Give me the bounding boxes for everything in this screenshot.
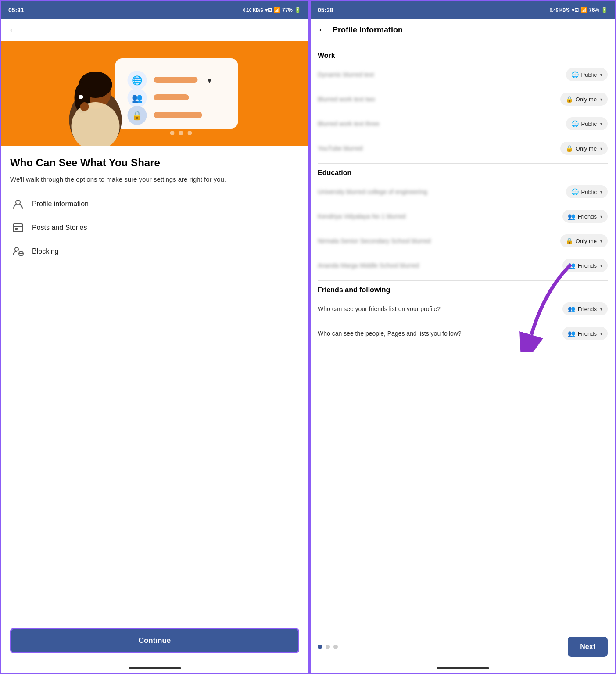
feature-label-profile: Profile information: [32, 200, 89, 208]
signal-icon: 📶: [274, 7, 280, 13]
data-speed-left: 0.10 KB/S: [243, 8, 263, 13]
friends-privacy-btn-1[interactable]: 👥 Friends ▾: [562, 327, 608, 340]
public-icon-0: 🌐: [571, 71, 579, 78]
continue-button[interactable]: Continue: [10, 628, 299, 653]
right-phone: 05:38 0.45 KB/S ▾⊡ 📶 76% 🔋 ← Profile Inf…: [309, 0, 616, 674]
left-status-icons: 0.10 KB/S ▾⊡ 📶 77% 🔋: [243, 7, 301, 13]
battery-icon-right: 🔋: [601, 7, 608, 13]
edu-label-2: Nirmala Senior Secondary School blurred: [318, 237, 556, 244]
posts-icon: [10, 220, 26, 236]
work-privacy-label-0: Public: [581, 72, 597, 78]
svg-text:👥: 👥: [132, 93, 143, 103]
dot-1: [318, 645, 322, 649]
edu-row-0: University blurred college of engineerin…: [318, 182, 608, 201]
friends-privacy-label-0: Friends: [578, 306, 597, 312]
education-section: Education University blurred college of …: [318, 169, 608, 275]
friends-privacy-btn-0[interactable]: 👥 Friends ▾: [562, 302, 608, 315]
back-button-right[interactable]: ←: [318, 24, 327, 36]
lock-icon-1: 🔒: [566, 96, 573, 103]
chevron-edu-1: ▾: [600, 214, 602, 219]
feature-item-blocking: Blocking: [10, 244, 299, 259]
friends-icon-edu-1: 👥: [568, 213, 575, 220]
edu-privacy-btn-1[interactable]: 👥 Friends ▾: [562, 210, 608, 223]
left-phone: 05:31 0.10 KB/S ▾⊡ 📶 77% 🔋 ← 🌐 ▾: [0, 0, 309, 674]
dot-3: [333, 645, 338, 649]
public-icon-edu-0: 🌐: [571, 188, 579, 195]
left-status-bar: 05:31 0.10 KB/S ▾⊡ 📶 77% 🔋: [1, 1, 308, 19]
svg-point-14: [188, 131, 192, 135]
right-status-icons: 0.45 KB/S ▾⊡ 📶 76% 🔋: [550, 7, 608, 13]
work-privacy-btn-2[interactable]: 🌐 Public ▾: [566, 117, 608, 130]
divider-1: [318, 163, 608, 164]
svg-rect-25: [15, 228, 18, 230]
edu-privacy-btn-3[interactable]: 👥 Friends ▾: [562, 259, 608, 272]
work-row-0: Dynamic blurred text 🌐 Public ▾: [318, 65, 608, 84]
friends-following-heading: Friends and following: [318, 286, 608, 294]
hero-illustration: 🌐 ▾ 👥 🔒: [1, 41, 308, 146]
friends-label-0: Who can see your friends list on your pr…: [318, 305, 558, 313]
work-row-1: Blurred work text two 🔒 Only me ▾: [318, 90, 608, 109]
edu-privacy-label-1: Friends: [578, 213, 597, 220]
chevron-2: ▾: [600, 122, 602, 126]
svg-point-21: [80, 102, 89, 111]
battery-icon-left: 🔋: [294, 7, 301, 13]
lock-icon-edu-2: 🔒: [566, 237, 573, 244]
svg-text:🌐: 🌐: [132, 75, 143, 86]
svg-point-20: [79, 95, 83, 99]
lock-icon-3: 🔒: [566, 145, 573, 152]
blocking-icon: [10, 244, 26, 259]
work-label-1: Blurred work text two: [318, 96, 556, 103]
chevron-edu-0: ▾: [600, 190, 602, 194]
chevron-1: ▾: [600, 97, 602, 102]
work-label-0: Dynamic blurred text: [318, 71, 562, 78]
work-privacy-btn-1[interactable]: 🔒 Only me ▾: [560, 93, 608, 106]
work-privacy-btn-0[interactable]: 🌐 Public ▾: [566, 68, 608, 81]
bottom-bar: Next: [311, 631, 615, 664]
friends-icon-edu-3: 👥: [568, 262, 575, 269]
work-privacy-label-2: Public: [581, 121, 597, 127]
work-label-2: Blurred work text three: [318, 120, 562, 127]
main-title: Who Can See What You Share: [10, 157, 299, 169]
back-button-left[interactable]: ←: [8, 24, 18, 36]
svg-point-26: [15, 247, 18, 251]
home-bar-right: [437, 667, 489, 669]
right-status-bar: 05:38 0.45 KB/S ▾⊡ 📶 76% 🔋: [311, 1, 615, 19]
feature-item-profile: Profile information: [10, 196, 299, 212]
svg-text:🔒: 🔒: [132, 110, 143, 121]
svg-rect-4: [154, 77, 198, 83]
chevron-friends-1: ▾: [600, 331, 602, 336]
feature-label-posts: Posts and Stories: [32, 224, 87, 232]
home-indicator-left: [1, 664, 308, 673]
friends-icon-0: 👥: [568, 305, 575, 312]
chevron-0: ▾: [600, 72, 602, 77]
edu-privacy-label-2: Only me: [576, 238, 597, 244]
work-privacy-label-1: Only me: [576, 96, 597, 103]
work-heading: Work: [318, 52, 608, 60]
svg-text:▾: ▾: [208, 76, 211, 85]
battery-left: 77%: [282, 7, 293, 13]
edu-row-1: Kendriya Vidyalaya No 1 blurred 👥 Friend…: [318, 207, 608, 226]
left-time: 05:31: [8, 7, 24, 14]
edu-privacy-label-0: Public: [581, 189, 597, 195]
svg-rect-11: [154, 112, 202, 118]
left-top-bar: ←: [1, 19, 308, 41]
work-section: Work Dynamic blurred text 🌐 Public ▾ Blu…: [318, 52, 608, 158]
chevron-3: ▾: [600, 146, 602, 151]
wifi-icon-right: ▾⊡: [572, 7, 579, 13]
work-privacy-btn-3[interactable]: 🔒 Only me ▾: [560, 142, 608, 155]
edu-privacy-btn-2[interactable]: 🔒 Only me ▾: [560, 234, 608, 247]
edu-privacy-btn-0[interactable]: 🌐 Public ▾: [566, 185, 608, 198]
data-speed-right: 0.45 KB/S: [550, 8, 570, 13]
edu-privacy-label-3: Friends: [578, 262, 597, 269]
next-button[interactable]: Next: [568, 637, 608, 657]
friends-privacy-label-1: Friends: [578, 330, 597, 337]
page-title: Profile Information: [333, 25, 403, 35]
friends-label-1: Who can see the people, Pages and lists …: [318, 330, 558, 337]
edu-label-0: University blurred college of engineerin…: [318, 188, 562, 195]
left-main-content: Who Can See What You Share We'll walk th…: [1, 146, 308, 621]
main-subtitle: We'll walk through the options to make s…: [10, 175, 299, 184]
dot-indicators: [318, 645, 338, 649]
svg-point-12: [170, 131, 175, 135]
svg-point-13: [179, 131, 183, 135]
education-heading: Education: [318, 169, 608, 177]
